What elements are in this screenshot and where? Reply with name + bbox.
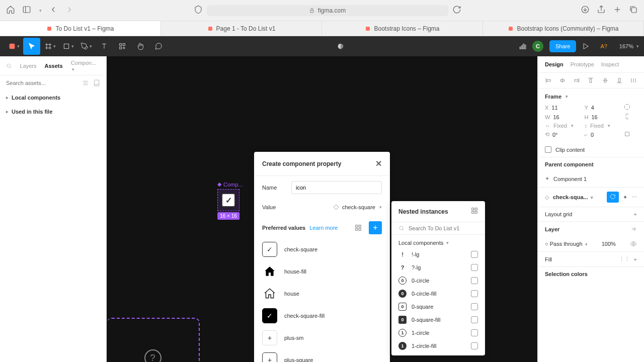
tab-2[interactable]: Bootstrap Icons – Figma — [322, 21, 483, 36]
checkbox[interactable] — [471, 277, 478, 284]
frame-section[interactable]: Frame▾ — [538, 88, 644, 103]
name-input[interactable] — [291, 181, 382, 194]
h-input[interactable]: 16 — [591, 114, 597, 120]
tab-design[interactable]: Design — [545, 61, 564, 67]
pen-tool[interactable]: ▾ — [77, 38, 95, 55]
list-item[interactable]: 11-circle — [391, 326, 485, 339]
x-input[interactable]: 11 — [551, 105, 557, 111]
back-button[interactable] — [49, 5, 58, 16]
list-item[interactable]: 00-circle — [391, 274, 485, 287]
present-button[interactable] — [577, 38, 594, 55]
add-property-icon[interactable]: ✦ — [623, 194, 627, 201]
align-controls[interactable] — [538, 73, 644, 88]
placeholder-frame[interactable]: ? — [107, 318, 200, 362]
pref-item[interactable]: + plus-sm — [262, 327, 382, 349]
hand-tool[interactable] — [132, 38, 149, 55]
list-item[interactable]: 00-circle-fill — [391, 287, 485, 300]
address-bar[interactable]: figma.com — [207, 5, 448, 16]
color-mode-icon[interactable] — [332, 38, 349, 55]
avatar[interactable]: C — [532, 41, 543, 52]
list-item[interactable]: !!-lg — [391, 248, 485, 261]
component-selection[interactable]: ✓ 16 × 16 — [217, 189, 239, 211]
pref-item[interactable]: ✓ check-square — [262, 238, 382, 260]
radius-input[interactable]: 0 — [591, 132, 594, 138]
visibility-icon[interactable] — [630, 240, 637, 247]
move-tool[interactable] — [23, 38, 40, 55]
menu-button[interactable]: ▾ — [5, 38, 22, 55]
list-item[interactable]: ??-lg — [391, 261, 485, 274]
section-local-components[interactable]: ▸Local components — [0, 90, 106, 105]
shield-icon[interactable] — [194, 5, 203, 16]
add-value-button[interactable]: + — [369, 221, 382, 234]
corner-icon[interactable] — [624, 131, 630, 137]
list-icon[interactable] — [82, 79, 89, 86]
h-resize[interactable]: ↔Fixed▾ — [545, 123, 581, 129]
home-icon[interactable] — [6, 5, 15, 16]
fill-section[interactable]: Fill⋮⋮+ — [538, 251, 644, 266]
checkbox[interactable] — [471, 251, 478, 258]
layout-grid-section[interactable]: Layout grid+ — [538, 207, 644, 221]
parent-component[interactable]: ✦ Component 1 — [538, 171, 644, 188]
canvas[interactable]: ◆ Comp... ✓ 16 × 16 ? Create component p… — [107, 56, 537, 362]
section-used-in-file[interactable]: ▸Used in this file — [0, 105, 106, 119]
grid-view-button[interactable] — [352, 221, 365, 234]
more-icon[interactable]: ⋯ — [631, 194, 637, 201]
library-icon[interactable] — [93, 79, 100, 86]
chevron-down-icon[interactable]: ▾ — [39, 8, 42, 13]
instance-name[interactable]: check-squa... ▾ — [553, 194, 593, 200]
tab-inspect[interactable]: Inspect — [601, 61, 619, 67]
swap-instance-button[interactable] — [607, 192, 619, 203]
audio-icon[interactable] — [514, 38, 531, 55]
shape-tool[interactable]: ▾ — [59, 38, 76, 55]
tab-0[interactable]: To Do List v1 – Figma — [0, 21, 161, 36]
nested-search-input[interactable] — [409, 225, 478, 231]
checkbox[interactable] — [471, 264, 478, 271]
constraints-icon[interactable] — [624, 104, 630, 110]
list-item[interactable]: 11-circle-fill — [391, 339, 485, 352]
pref-item[interactable]: ✓ check-square-fill — [262, 305, 382, 327]
y-input[interactable]: 4 — [591, 105, 594, 111]
share-icon[interactable] — [597, 5, 606, 16]
group-local-components[interactable]: Local components▾ — [391, 235, 485, 248]
resources-tool[interactable] — [114, 38, 131, 55]
forward-button[interactable] — [65, 5, 74, 16]
value-picker[interactable]: check-square ▾ — [291, 204, 382, 210]
clip-content[interactable]: Clip content — [538, 142, 644, 157]
download-icon[interactable] — [581, 5, 590, 16]
opacity-input[interactable]: 100% — [602, 241, 616, 247]
checkbox[interactable] — [471, 342, 478, 349]
grid-icon[interactable] — [471, 207, 478, 216]
checkbox[interactable] — [471, 329, 478, 336]
close-icon[interactable]: ✕ — [375, 159, 382, 168]
component-label[interactable]: ◆ Comp... — [217, 181, 243, 188]
pref-item[interactable]: house — [262, 283, 382, 305]
view-settings[interactable]: A? — [600, 43, 607, 49]
checkbox[interactable] — [471, 290, 478, 297]
checkbox[interactable] — [471, 303, 478, 310]
rotation-input[interactable]: 0° — [552, 132, 558, 138]
list-item[interactable]: 00-square — [391, 300, 485, 313]
lock-ratio-icon[interactable] — [624, 113, 630, 120]
new-tab-icon[interactable] — [613, 5, 622, 16]
v-resize[interactable]: ↕Fixed▾ — [585, 123, 620, 129]
tab-prototype[interactable]: Prototype — [571, 61, 594, 67]
search-input[interactable] — [6, 80, 78, 86]
blend-mode[interactable]: ○ Pass through ▾ — [545, 241, 588, 247]
reload-icon[interactable] — [452, 5, 461, 16]
share-button[interactable]: Share — [549, 40, 576, 52]
pref-item[interactable]: + plus-square — [262, 349, 382, 362]
frame-tool[interactable]: ▾ — [41, 38, 58, 55]
tab-layers[interactable]: Layers — [20, 63, 37, 69]
zoom-level[interactable]: 167%▾ — [619, 43, 639, 49]
pref-item[interactable]: house-fill — [262, 260, 382, 283]
tab-1[interactable]: Page 1 - To Do List v1 — [161, 21, 322, 36]
tab-assets[interactable]: Assets — [45, 63, 63, 69]
sidebar-toggle-icon[interactable] — [22, 5, 31, 16]
learn-more-link[interactable]: Learn more — [309, 225, 338, 231]
tab-3[interactable]: Bootstrap Icons (Community) – Figma — [483, 21, 644, 36]
text-tool[interactable] — [96, 38, 113, 55]
w-input[interactable]: 16 — [553, 114, 559, 120]
tabs-icon[interactable] — [629, 5, 638, 16]
checkbox[interactable] — [471, 316, 478, 323]
list-item[interactable]: 00-square-fill — [391, 313, 485, 326]
